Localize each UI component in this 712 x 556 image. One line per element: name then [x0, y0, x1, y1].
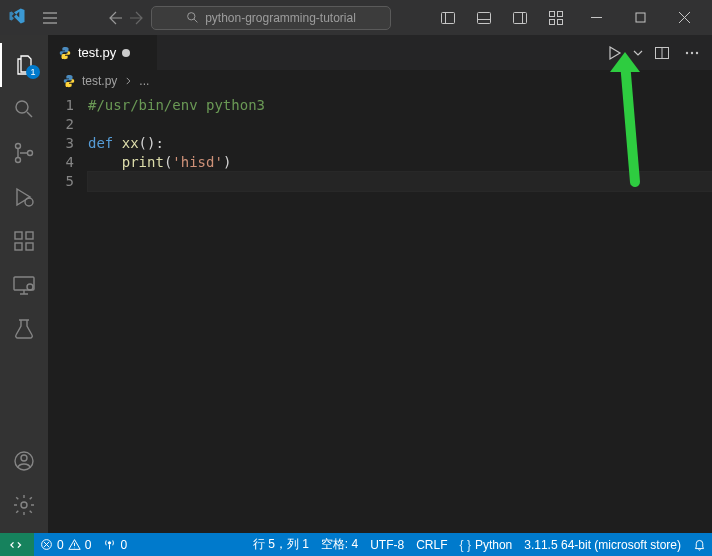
svg-rect-14 — [15, 232, 22, 239]
activity-settings[interactable] — [0, 483, 48, 527]
window-minimize-icon[interactable] — [576, 4, 616, 32]
svg-rect-15 — [15, 243, 22, 250]
source-control-icon — [12, 141, 36, 165]
svg-rect-5 — [558, 11, 563, 16]
code-editor[interactable]: 1 2 3 4 5 #/usr/bin/env python3 def xx()… — [48, 92, 712, 533]
chevron-right-icon — [123, 76, 133, 86]
activity-explorer[interactable]: 1 — [0, 43, 48, 87]
run-dropdown-button[interactable] — [630, 35, 646, 70]
run-file-button[interactable] — [600, 35, 628, 70]
account-icon — [12, 449, 36, 473]
svg-rect-1 — [442, 12, 455, 23]
svg-point-22 — [21, 502, 27, 508]
status-ports[interactable]: 0 — [97, 533, 133, 556]
chevron-down-icon — [630, 45, 646, 61]
extensions-icon — [12, 229, 36, 253]
status-spaces[interactable]: 空格: 4 — [315, 533, 364, 556]
window-close-icon[interactable] — [664, 4, 704, 32]
svg-point-13 — [25, 198, 33, 206]
editor-actions — [600, 35, 712, 70]
svg-rect-8 — [636, 13, 645, 22]
svg-point-19 — [27, 284, 33, 290]
python-file-icon — [58, 46, 72, 60]
svg-point-25 — [691, 51, 693, 53]
status-cursor[interactable]: 行 5，列 1 — [247, 533, 315, 556]
status-interpreter[interactable]: 3.11.5 64-bit (microsoft store) — [518, 533, 687, 556]
activity-debug[interactable] — [0, 175, 48, 219]
code-lines: #/usr/bin/env python3 def xx(): print('h… — [88, 92, 712, 533]
svg-rect-17 — [26, 232, 33, 239]
split-editor-icon — [654, 45, 670, 61]
svg-point-26 — [696, 51, 698, 53]
gear-icon — [12, 493, 36, 517]
status-notifications[interactable] — [687, 533, 712, 556]
svg-point-28 — [109, 542, 111, 544]
more-actions-button[interactable] — [678, 35, 706, 70]
title-bar: python-grogramming-tutorial — [0, 0, 712, 35]
customize-layout-icon[interactable] — [540, 4, 572, 32]
search-icon — [12, 97, 36, 121]
remote-button[interactable] — [0, 533, 34, 556]
svg-rect-2 — [478, 12, 491, 23]
split-editor-button[interactable] — [648, 35, 676, 70]
status-bar: 0 0 0 行 5，列 1 空格: 4 UTF-8 CRLF { }Python… — [0, 533, 712, 556]
editor-area: test.py test.py ... 1 2 — [48, 35, 712, 533]
svg-rect-4 — [550, 11, 555, 16]
tab-label: test.py — [78, 45, 116, 60]
layout-panel-icon[interactable] — [468, 4, 500, 32]
activity-scm[interactable] — [0, 131, 48, 175]
svg-point-0 — [188, 13, 195, 20]
vscode-logo-icon — [8, 7, 26, 28]
explorer-badge: 1 — [26, 65, 40, 79]
svg-point-12 — [28, 151, 33, 156]
radio-tower-icon — [103, 538, 116, 551]
svg-point-21 — [21, 455, 27, 461]
svg-point-11 — [16, 158, 21, 163]
remote-icon — [10, 538, 24, 552]
layout-sidebar-right-icon[interactable] — [504, 4, 536, 32]
command-center-text: python-grogramming-tutorial — [205, 11, 356, 25]
svg-rect-6 — [550, 19, 555, 24]
svg-point-9 — [16, 101, 28, 113]
bell-icon — [693, 538, 706, 551]
svg-rect-16 — [26, 243, 33, 250]
dirty-indicator-icon — [122, 49, 130, 57]
run-debug-icon — [12, 185, 36, 209]
status-problems[interactable]: 0 0 — [34, 533, 97, 556]
tab-bar: test.py — [48, 35, 712, 70]
svg-rect-7 — [558, 19, 563, 24]
breadcrumb-suffix: ... — [139, 74, 149, 88]
svg-rect-3 — [514, 12, 527, 23]
command-center[interactable]: python-grogramming-tutorial — [151, 6, 391, 30]
beaker-icon — [12, 317, 36, 341]
error-icon — [40, 538, 53, 551]
menu-icon[interactable] — [34, 4, 66, 32]
ellipsis-icon — [684, 45, 700, 61]
layout-sidebar-left-icon[interactable] — [432, 4, 464, 32]
activity-accounts[interactable] — [0, 439, 48, 483]
activity-bar: 1 — [0, 35, 48, 533]
activity-extensions[interactable] — [0, 219, 48, 263]
status-encoding[interactable]: UTF-8 — [364, 533, 410, 556]
svg-point-10 — [16, 144, 21, 149]
tab-test-py[interactable]: test.py — [48, 35, 158, 70]
warning-icon — [68, 538, 81, 551]
nav-back-icon[interactable] — [107, 10, 123, 26]
activity-remote-explorer[interactable] — [0, 263, 48, 307]
breadcrumb-file: test.py — [82, 74, 117, 88]
line-gutter: 1 2 3 4 5 — [48, 92, 88, 533]
search-icon — [186, 11, 199, 24]
svg-point-24 — [686, 51, 688, 53]
python-file-icon — [62, 74, 76, 88]
window-maximize-icon[interactable] — [620, 4, 660, 32]
play-icon — [606, 45, 622, 61]
activity-testing[interactable] — [0, 307, 48, 351]
remote-explorer-icon — [12, 273, 36, 297]
breadcrumbs[interactable]: test.py ... — [48, 70, 712, 92]
status-eol[interactable]: CRLF — [410, 533, 453, 556]
nav-forward-icon[interactable] — [129, 10, 145, 26]
activity-search[interactable] — [0, 87, 48, 131]
status-language[interactable]: { }Python — [454, 533, 519, 556]
